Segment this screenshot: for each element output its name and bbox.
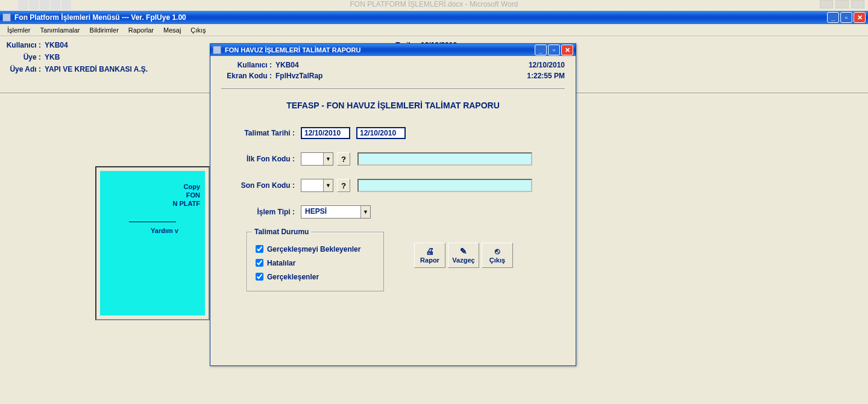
vazgec-button[interactable]: ✎ Vazgeç [448, 243, 479, 268]
dlg-saat-value: 1:22:55 PM [527, 72, 565, 80]
check-bekleyenler-label: Gerçekleşmeyi Bekleyenler [267, 245, 360, 253]
ilk-fon-label: İlk Fon Kodu : [236, 155, 301, 163]
uye-label: Üye : [5, 53, 45, 61]
check-hatalilar-label: Hatalılar [267, 259, 295, 267]
main-maximize-button[interactable]: ▫ [840, 12, 852, 23]
dialog-minimize-button[interactable]: _ [535, 45, 547, 55]
main-titlebar: Fon Platform İşlemleri Menüsü --- Ver. F… [0, 11, 868, 24]
splash-box: Copy FON N PLATF Yardım v [95, 166, 210, 320]
menu-tanimlamalar[interactable]: Tanımlamalar [36, 25, 85, 35]
dialog-icon [213, 46, 221, 54]
menu-bildirimler[interactable]: Bildirimler [85, 25, 124, 35]
background-window-buttons [820, 0, 864, 8]
dialog-heading: TEFASP - FON HAVUZ İŞLEMLERİ TALİMAT RAP… [221, 101, 565, 110]
splash-line-platf: N PLATF [105, 200, 200, 207]
islem-tipi-label: İşlem Tipi : [236, 208, 301, 216]
main-minimize-button[interactable]: _ [827, 12, 839, 23]
background-word-title: FON PLATFORM İŞLEMLERİ.docx - Microsoft … [0, 0, 868, 11]
check-gerceklesenler-label: Gerçekleşenler [267, 273, 319, 281]
son-fon-label: Son Fon Kodu : [236, 181, 301, 190]
ilk-fon-combo[interactable]: ▼ [301, 152, 333, 166]
background-quick-access [18, 0, 71, 10]
date-from-input[interactable] [301, 127, 350, 139]
splash-line-yardim: Yardım v [105, 227, 200, 234]
cikis-button[interactable]: ⎋ Çıkış [482, 243, 513, 268]
son-fon-combo[interactable]: ▼ [301, 179, 333, 192]
islem-tipi-combo[interactable]: HEPSİ ▼ [301, 205, 371, 219]
chevron-down-icon: ▼ [323, 179, 333, 191]
date-to-input[interactable] [356, 127, 406, 139]
splash-line-fon: FON [105, 191, 200, 199]
dialog-titlebar: FON HAVUZ İŞLEMLERİ TALİMAT RAPORU _ ▫ ✕ [210, 44, 576, 56]
splash-line-copy: Copy [105, 183, 200, 190]
cikis-button-label: Çıkış [489, 256, 505, 264]
check-gerceklesenler[interactable] [256, 273, 263, 281]
ilk-fon-display [357, 152, 532, 166]
main-close-button[interactable]: ✕ [854, 12, 866, 23]
vazgec-button-label: Vazgeç [452, 256, 474, 264]
chevron-down-icon: ▼ [323, 153, 333, 165]
eraser-icon: ✎ [460, 247, 467, 255]
uyeadi-value: YAPI VE KREDİ BANKASI A.Ş. [45, 65, 148, 73]
talimat-durumu-legend: Talimat Durumu [252, 228, 311, 236]
menu-raporlar[interactable]: Raporlar [124, 25, 159, 35]
dlg-kullanici-label: Kullanıcı : [221, 61, 275, 69]
chevron-down-icon: ▼ [360, 206, 370, 218]
main-title: Fon Platform İşlemleri Menüsü --- Ver. F… [14, 13, 827, 22]
splash-divider [129, 222, 176, 222]
dialog-title: FON HAVUZ İŞLEMLERİ TALİMAT RAPORU [225, 46, 535, 54]
menu-mesaj[interactable]: Mesaj [159, 25, 186, 35]
app-icon [2, 13, 11, 22]
uye-value: YKB [45, 53, 60, 61]
check-hatalilar[interactable] [256, 259, 263, 267]
dialog-maximize-button[interactable]: ▫ [548, 45, 560, 55]
dlg-ekran-label: Ekran Kodu : [221, 72, 275, 80]
rapor-button-label: Rapor [420, 256, 439, 264]
dlg-tarih-value: 12/10/2010 [529, 61, 565, 69]
menu-islemler[interactable]: İşlemler [2, 25, 36, 35]
talimat-durumu-group: Talimat Durumu Gerçekleşmeyi Bekleyenler… [247, 232, 384, 291]
kullanici-value: YKB04 [45, 41, 68, 49]
rapor-button[interactable]: 🖨 Rapor [414, 243, 445, 268]
son-fon-display [357, 179, 532, 192]
menu-cikis[interactable]: Çıkış [186, 25, 210, 35]
dlg-ekran-value: FplHvzTalRap [275, 72, 322, 80]
check-bekleyenler[interactable] [256, 245, 263, 253]
menubar: İşlemler Tanımlamalar Bildirimler Raporl… [0, 24, 868, 36]
talimat-tarihi-label: Talimat Tarihi : [236, 129, 301, 137]
ilk-fon-help-button[interactable]: ? [337, 152, 350, 166]
dlg-kullanici-value: YKB04 [275, 61, 299, 69]
islem-tipi-value: HEPSİ [301, 206, 360, 218]
report-dialog: FON HAVUZ İŞLEMLERİ TALİMAT RAPORU _ ▫ ✕… [210, 43, 576, 366]
exit-icon: ⎋ [495, 247, 500, 255]
uyeadi-label: Üye Adı : [5, 65, 45, 73]
son-fon-help-button[interactable]: ? [337, 179, 350, 192]
dialog-close-button[interactable]: ✕ [561, 45, 573, 55]
dialog-divider [221, 89, 565, 90]
printer-icon: 🖨 [426, 247, 434, 255]
kullanici-label: Kullanıcı : [5, 41, 45, 49]
